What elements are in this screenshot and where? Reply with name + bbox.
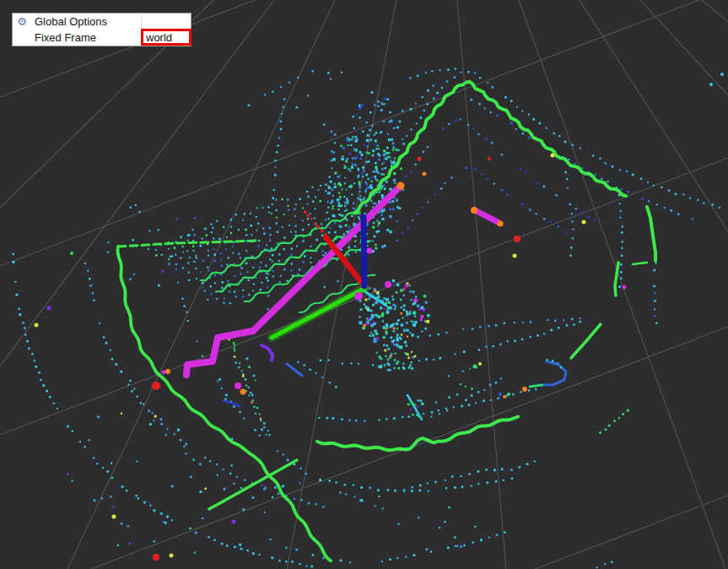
global-options-label: Global Options [31, 15, 107, 28]
viewport-3d[interactable] [0, 0, 728, 569]
gear-icon: ⚙ [13, 16, 31, 27]
fixed-frame-label: Fixed Frame [31, 31, 96, 44]
fixed-frame-value: world [143, 31, 172, 44]
rviz-window: ⚙ Global Options Fixed Frame world [0, 0, 728, 569]
global-options-panel: ⚙ Global Options Fixed Frame world [12, 13, 191, 46]
fixed-frame-value-field[interactable]: world [141, 29, 191, 46]
global-options-row[interactable]: ⚙ Global Options [13, 14, 191, 30]
